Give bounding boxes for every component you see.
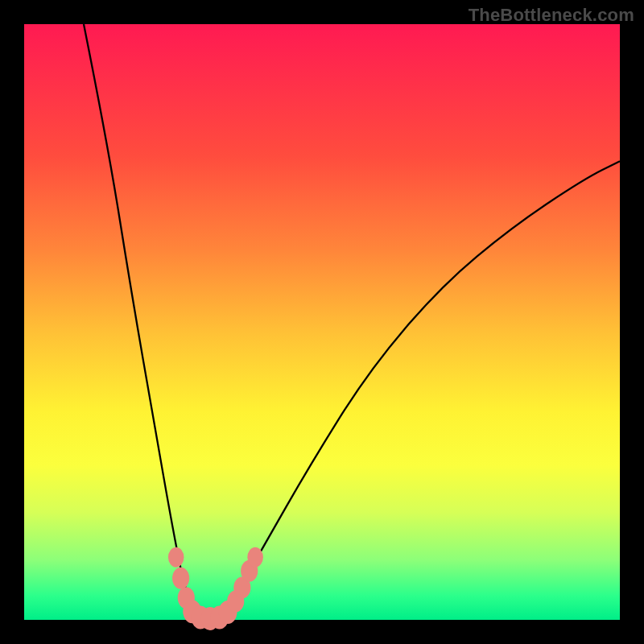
data-marker xyxy=(247,547,263,568)
data-marker xyxy=(168,547,184,568)
bottleneck-curve xyxy=(84,24,620,618)
plot-area xyxy=(24,24,620,620)
watermark-label: TheBottleneck.com xyxy=(469,5,634,26)
marker-group xyxy=(168,547,263,630)
curve-svg xyxy=(24,24,620,620)
chart-container: TheBottleneck.com xyxy=(0,0,644,644)
data-marker xyxy=(172,568,189,589)
